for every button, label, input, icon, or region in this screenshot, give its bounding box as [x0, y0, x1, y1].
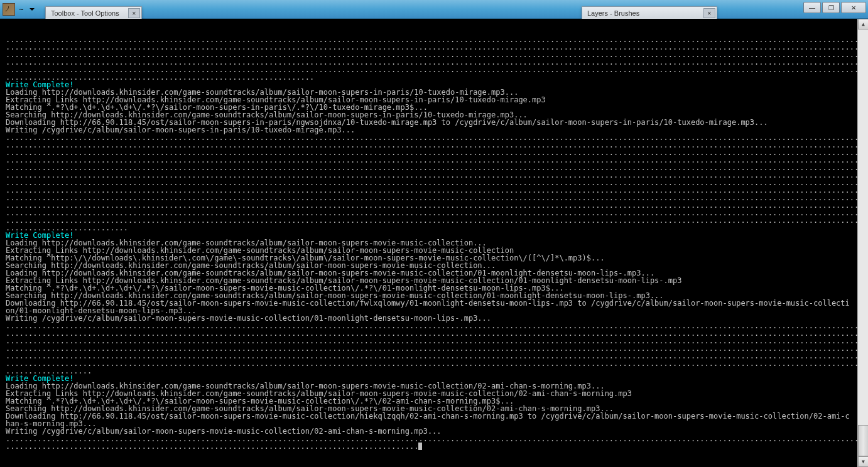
- layers-close-button[interactable]: ✕: [703, 8, 715, 18]
- terminal[interactable]: ........................................…: [0, 19, 868, 467]
- scroll-thumb[interactable]: [858, 425, 868, 456]
- progress-dots: ........................................…: [6, 133, 868, 232]
- progress-dots: ........................................…: [6, 434, 868, 451]
- scroll-down-button[interactable]: ▼: [858, 456, 868, 467]
- scrollbar[interactable]: ▲ ▼: [857, 19, 868, 467]
- toolbox-panel[interactable]: Toolbox - Tool Options ✕: [45, 6, 142, 20]
- close-button[interactable]: ✕: [841, 2, 866, 13]
- toolbox-panel-title: Toolbox - Tool Options: [46, 9, 128, 17]
- progress-dots: ........................................…: [6, 35, 868, 82]
- minimize-button[interactable]: —: [803, 2, 821, 13]
- progress-dots: ........................................…: [6, 321, 868, 375]
- dropdown-icon[interactable]: [30, 8, 35, 11]
- titlebar[interactable]: ~ Toolbox - Tool Options ✕ Layers - Brus…: [0, 0, 868, 19]
- app-icon[interactable]: [3, 3, 15, 16]
- cursor: [418, 443, 422, 450]
- log-downloading: Downloading http://66.90.118.45/ost/sail…: [6, 412, 850, 428]
- layers-panel-title: Layers - Brushes: [582, 9, 703, 17]
- maximize-button[interactable]: ❐: [822, 2, 840, 13]
- scroll-up-button[interactable]: ▲: [858, 19, 868, 30]
- title-text: ~: [19, 4, 24, 14]
- log-downloading: Downloading http://66.90.118.45/ost/sail…: [6, 299, 850, 315]
- terminal-output: ........................................…: [6, 36, 850, 450]
- toolbox-close-button[interactable]: ✕: [128, 8, 140, 18]
- layers-panel[interactable]: Layers - Brushes ✕: [582, 6, 717, 20]
- window-controls: — ❐ ✕: [803, 2, 866, 13]
